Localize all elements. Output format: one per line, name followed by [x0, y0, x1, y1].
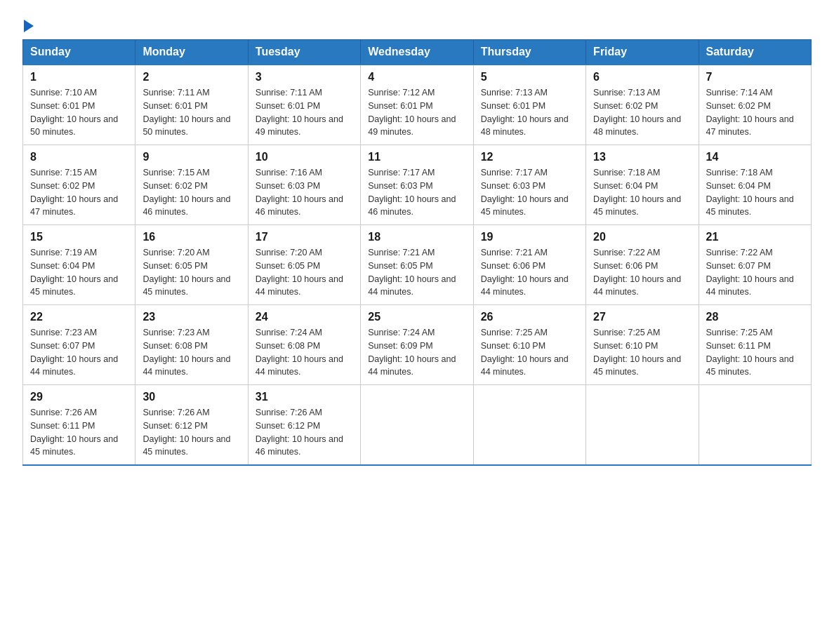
- calendar-cell: 25 Sunrise: 7:24 AM Sunset: 6:09 PM Dayl…: [361, 305, 473, 385]
- calendar-week-row: 22 Sunrise: 7:23 AM Sunset: 6:07 PM Dayl…: [23, 305, 812, 385]
- page-header: [22, 17, 812, 28]
- calendar-cell: 22 Sunrise: 7:23 AM Sunset: 6:07 PM Dayl…: [23, 305, 135, 385]
- day-number: 21: [706, 231, 804, 243]
- calendar-cell: 4 Sunrise: 7:12 AM Sunset: 6:01 PM Dayli…: [361, 65, 473, 145]
- day-info: Sunrise: 7:24 AM Sunset: 6:09 PM Dayligh…: [368, 326, 465, 379]
- day-info: Sunrise: 7:26 AM Sunset: 6:11 PM Dayligh…: [30, 406, 128, 459]
- calendar-week-row: 29 Sunrise: 7:26 AM Sunset: 6:11 PM Dayl…: [23, 385, 812, 466]
- calendar-cell: 15 Sunrise: 7:19 AM Sunset: 6:04 PM Dayl…: [23, 225, 135, 305]
- calendar-cell: 21 Sunrise: 7:22 AM Sunset: 6:07 PM Dayl…: [699, 225, 811, 305]
- calendar-cell: 3 Sunrise: 7:11 AM Sunset: 6:01 PM Dayli…: [248, 65, 360, 145]
- day-info: Sunrise: 7:23 AM Sunset: 6:07 PM Dayligh…: [30, 326, 128, 379]
- day-number: 30: [143, 391, 240, 403]
- calendar-cell: 11 Sunrise: 7:17 AM Sunset: 6:03 PM Dayl…: [361, 145, 473, 225]
- day-info: Sunrise: 7:26 AM Sunset: 6:12 PM Dayligh…: [143, 406, 240, 459]
- day-info: Sunrise: 7:19 AM Sunset: 6:04 PM Dayligh…: [30, 246, 128, 299]
- day-number: 8: [30, 151, 128, 163]
- header-thursday: Thursday: [473, 40, 585, 65]
- day-info: Sunrise: 7:25 AM Sunset: 6:10 PM Dayligh…: [593, 326, 691, 379]
- calendar-cell: 16 Sunrise: 7:20 AM Sunset: 6:05 PM Dayl…: [135, 225, 248, 305]
- day-info: Sunrise: 7:13 AM Sunset: 6:01 PM Dayligh…: [481, 86, 578, 139]
- calendar-cell: 14 Sunrise: 7:18 AM Sunset: 6:04 PM Dayl…: [699, 145, 811, 225]
- day-info: Sunrise: 7:25 AM Sunset: 6:10 PM Dayligh…: [481, 326, 578, 379]
- header-sunday: Sunday: [23, 40, 135, 65]
- calendar-cell: 2 Sunrise: 7:11 AM Sunset: 6:01 PM Dayli…: [135, 65, 248, 145]
- calendar-cell: 5 Sunrise: 7:13 AM Sunset: 6:01 PM Dayli…: [473, 65, 585, 145]
- day-number: 20: [593, 231, 691, 243]
- calendar-cell: [361, 385, 473, 466]
- calendar-cell: 13 Sunrise: 7:18 AM Sunset: 6:04 PM Dayl…: [586, 145, 699, 225]
- calendar-cell: 28 Sunrise: 7:25 AM Sunset: 6:11 PM Dayl…: [699, 305, 811, 385]
- header-tuesday: Tuesday: [248, 40, 360, 65]
- day-number: 7: [706, 71, 804, 83]
- day-number: 11: [368, 151, 465, 163]
- logo-arrow-icon: [24, 20, 34, 32]
- day-info: Sunrise: 7:22 AM Sunset: 6:07 PM Dayligh…: [706, 246, 804, 299]
- calendar-cell: [586, 385, 699, 466]
- day-number: 2: [143, 71, 240, 83]
- header-wednesday: Wednesday: [361, 40, 473, 65]
- day-info: Sunrise: 7:18 AM Sunset: 6:04 PM Dayligh…: [706, 166, 804, 219]
- day-info: Sunrise: 7:20 AM Sunset: 6:05 PM Dayligh…: [256, 246, 353, 299]
- calendar-cell: 6 Sunrise: 7:13 AM Sunset: 6:02 PM Dayli…: [586, 65, 699, 145]
- day-number: 22: [30, 311, 128, 323]
- day-info: Sunrise: 7:15 AM Sunset: 6:02 PM Dayligh…: [143, 166, 240, 219]
- calendar-cell: 30 Sunrise: 7:26 AM Sunset: 6:12 PM Dayl…: [135, 385, 248, 466]
- calendar-cell: 1 Sunrise: 7:10 AM Sunset: 6:01 PM Dayli…: [23, 65, 135, 145]
- day-number: 12: [481, 151, 578, 163]
- logo: [22, 17, 34, 28]
- calendar-header-row: SundayMondayTuesdayWednesdayThursdayFrid…: [23, 40, 812, 65]
- day-number: 28: [706, 311, 804, 323]
- day-info: Sunrise: 7:14 AM Sunset: 6:02 PM Dayligh…: [706, 86, 804, 139]
- calendar-cell: [473, 385, 585, 466]
- day-info: Sunrise: 7:12 AM Sunset: 6:01 PM Dayligh…: [368, 86, 465, 139]
- calendar-cell: 24 Sunrise: 7:24 AM Sunset: 6:08 PM Dayl…: [248, 305, 360, 385]
- calendar-cell: 17 Sunrise: 7:20 AM Sunset: 6:05 PM Dayl…: [248, 225, 360, 305]
- day-info: Sunrise: 7:11 AM Sunset: 6:01 PM Dayligh…: [256, 86, 353, 139]
- calendar-cell: 8 Sunrise: 7:15 AM Sunset: 6:02 PM Dayli…: [23, 145, 135, 225]
- calendar-cell: 26 Sunrise: 7:25 AM Sunset: 6:10 PM Dayl…: [473, 305, 585, 385]
- day-info: Sunrise: 7:26 AM Sunset: 6:12 PM Dayligh…: [256, 406, 353, 459]
- day-info: Sunrise: 7:24 AM Sunset: 6:08 PM Dayligh…: [256, 326, 353, 379]
- calendar-week-row: 15 Sunrise: 7:19 AM Sunset: 6:04 PM Dayl…: [23, 225, 812, 305]
- day-info: Sunrise: 7:17 AM Sunset: 6:03 PM Dayligh…: [481, 166, 578, 219]
- day-number: 9: [143, 151, 240, 163]
- day-number: 16: [143, 231, 240, 243]
- day-info: Sunrise: 7:22 AM Sunset: 6:06 PM Dayligh…: [593, 246, 691, 299]
- day-number: 14: [706, 151, 804, 163]
- day-number: 27: [593, 311, 691, 323]
- header-saturday: Saturday: [699, 40, 811, 65]
- calendar-cell: 18 Sunrise: 7:21 AM Sunset: 6:05 PM Dayl…: [361, 225, 473, 305]
- day-number: 15: [30, 231, 128, 243]
- calendar-cell: 7 Sunrise: 7:14 AM Sunset: 6:02 PM Dayli…: [699, 65, 811, 145]
- calendar-cell: 23 Sunrise: 7:23 AM Sunset: 6:08 PM Dayl…: [135, 305, 248, 385]
- day-number: 10: [256, 151, 353, 163]
- day-info: Sunrise: 7:18 AM Sunset: 6:04 PM Dayligh…: [593, 166, 691, 219]
- header-monday: Monday: [135, 40, 248, 65]
- day-number: 19: [481, 231, 578, 243]
- day-info: Sunrise: 7:21 AM Sunset: 6:06 PM Dayligh…: [481, 246, 578, 299]
- day-number: 24: [256, 311, 353, 323]
- calendar-cell: 10 Sunrise: 7:16 AM Sunset: 6:03 PM Dayl…: [248, 145, 360, 225]
- day-number: 18: [368, 231, 465, 243]
- day-number: 23: [143, 311, 240, 323]
- calendar-cell: 12 Sunrise: 7:17 AM Sunset: 6:03 PM Dayl…: [473, 145, 585, 225]
- calendar-week-row: 8 Sunrise: 7:15 AM Sunset: 6:02 PM Dayli…: [23, 145, 812, 225]
- day-info: Sunrise: 7:25 AM Sunset: 6:11 PM Dayligh…: [706, 326, 804, 379]
- calendar-table: SundayMondayTuesdayWednesdayThursdayFrid…: [22, 39, 812, 466]
- day-number: 6: [593, 71, 691, 83]
- day-number: 31: [256, 391, 353, 403]
- calendar-cell: 27 Sunrise: 7:25 AM Sunset: 6:10 PM Dayl…: [586, 305, 699, 385]
- day-number: 26: [481, 311, 578, 323]
- calendar-cell: 31 Sunrise: 7:26 AM Sunset: 6:12 PM Dayl…: [248, 385, 360, 466]
- calendar-cell: 9 Sunrise: 7:15 AM Sunset: 6:02 PM Dayli…: [135, 145, 248, 225]
- day-info: Sunrise: 7:13 AM Sunset: 6:02 PM Dayligh…: [593, 86, 691, 139]
- day-number: 25: [368, 311, 465, 323]
- calendar-cell: 20 Sunrise: 7:22 AM Sunset: 6:06 PM Dayl…: [586, 225, 699, 305]
- day-number: 1: [30, 71, 128, 83]
- day-info: Sunrise: 7:16 AM Sunset: 6:03 PM Dayligh…: [256, 166, 353, 219]
- calendar-cell: 29 Sunrise: 7:26 AM Sunset: 6:11 PM Dayl…: [23, 385, 135, 466]
- day-info: Sunrise: 7:23 AM Sunset: 6:08 PM Dayligh…: [143, 326, 240, 379]
- day-number: 5: [481, 71, 578, 83]
- calendar-cell: 19 Sunrise: 7:21 AM Sunset: 6:06 PM Dayl…: [473, 225, 585, 305]
